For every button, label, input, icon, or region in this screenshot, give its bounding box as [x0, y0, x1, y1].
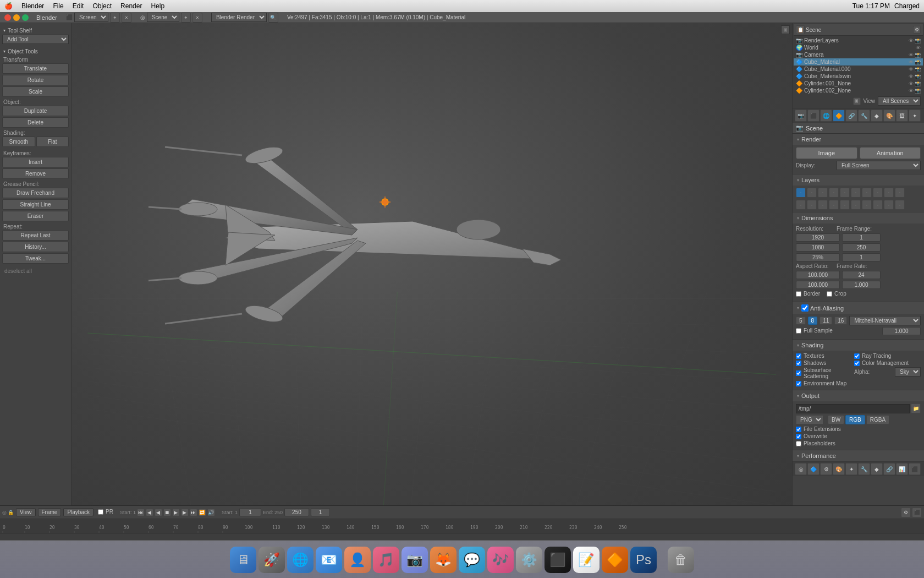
crop-check[interactable]: Crop [827, 291, 846, 297]
cyl002-render[interactable]: 📸 [915, 88, 921, 94]
dock-terminal[interactable]: ⬛ [544, 547, 571, 573]
start-frame-field[interactable] [239, 508, 261, 516]
dock-system-prefs[interactable]: ⚙️ [516, 547, 542, 573]
translate-btn[interactable]: Translate [2, 63, 69, 74]
border-check[interactable]: Border [796, 291, 820, 297]
layers-header[interactable]: Layers [793, 175, 924, 186]
subsurface-checkbox[interactable] [796, 370, 801, 376]
history-btn[interactable]: History... [2, 242, 69, 252]
layer-13[interactable]: · [818, 200, 828, 210]
constraint-props-btn[interactable]: 🔗 [845, 110, 857, 122]
help-menu[interactable]: Help [151, 2, 164, 10]
shadows-check[interactable]: Shadows [796, 360, 850, 366]
cubexwin-vis[interactable]: 👁 [909, 74, 914, 79]
cyl001-vis[interactable]: 👁 [909, 81, 914, 86]
fps-input[interactable] [842, 271, 881, 279]
cube-render[interactable]: 📸 [915, 59, 921, 65]
prop-bottom-2[interactable]: 🔷 [807, 463, 820, 475]
shadows-checkbox[interactable] [796, 361, 801, 366]
step-input[interactable] [842, 253, 881, 261]
screen-select[interactable]: Screen [74, 13, 108, 22]
output-browse-btn[interactable]: 📁 [911, 403, 921, 413]
scene-add-btn[interactable]: + [181, 13, 191, 23]
tweak-btn[interactable]: Tweak... [2, 253, 69, 264]
layer-20[interactable]: · [895, 200, 905, 210]
tree-item-world[interactable]: 🌍 World 👁 [794, 44, 923, 51]
object-tools-title[interactable]: Object Tools [3, 48, 69, 54]
aa-8-btn[interactable]: 8 [808, 317, 818, 325]
image-render-btn[interactable]: Image [796, 147, 857, 159]
play-reverse-btn[interactable]: ◀ [155, 509, 162, 516]
raytracing-check[interactable]: Ray Tracing [854, 353, 921, 359]
aa-size-input[interactable] [882, 327, 921, 335]
aa-5-btn[interactable]: 5 [796, 317, 806, 325]
loop-btn[interactable]: 🔁 [199, 509, 206, 516]
smooth-btn[interactable]: Smooth [2, 137, 35, 147]
screen-remove-btn[interactable]: × [122, 13, 131, 23]
layer-14[interactable]: · [829, 200, 839, 210]
y-aspect-input[interactable] [796, 281, 840, 289]
layer-11[interactable]: · [796, 200, 806, 210]
scene-props-btn[interactable]: ⬛ [807, 110, 820, 122]
start-frame-input[interactable] [842, 233, 881, 242]
remove-btn[interactable]: Remove [2, 168, 69, 179]
renderer-select[interactable]: Blender Render [211, 13, 267, 22]
pr-check[interactable]: PR [98, 509, 113, 515]
file-extensions-checkbox[interactable] [796, 427, 801, 432]
layer-16[interactable]: · [851, 200, 861, 210]
timeline-settings-btn[interactable]: ⚙ [901, 508, 911, 517]
world-props-btn[interactable]: 🌐 [820, 110, 832, 122]
flat-btn[interactable]: Flat [36, 137, 69, 147]
outliner-icon[interactable]: 📋 [796, 25, 805, 34]
bw-btn[interactable]: BW [828, 415, 844, 424]
render-section-header[interactable]: Render [793, 134, 924, 145]
stop-btn[interactable]: ⏹ [163, 509, 171, 516]
res-percent-input[interactable] [796, 253, 840, 261]
modifier-props-btn[interactable]: 🔧 [858, 110, 870, 122]
current-frame-field[interactable] [311, 508, 330, 516]
layer-2[interactable]: · [807, 188, 817, 198]
dock-contacts[interactable]: 👤 [344, 547, 371, 573]
layer-9[interactable]: · [884, 188, 894, 198]
eraser-btn[interactable]: Eraser [2, 211, 69, 221]
maximize-window-btn[interactable] [22, 14, 29, 21]
dock-music[interactable]: 🎵 [373, 547, 399, 573]
layer-15[interactable]: · [840, 200, 850, 210]
prev-frame-btn[interactable]: ◀ [146, 509, 153, 516]
envmap-checkbox[interactable] [796, 381, 801, 386]
dock-textedit[interactable]: 📝 [573, 547, 600, 573]
prop-bottom-7[interactable]: ◆ [871, 463, 883, 475]
layer-7[interactable]: · [862, 188, 872, 198]
duplicate-btn[interactable]: Duplicate [2, 106, 69, 116]
layer-8[interactable]: · [873, 188, 883, 198]
textures-check[interactable]: Textures [796, 353, 850, 359]
search-btn[interactable]: 🔍 [268, 13, 278, 23]
layer-17[interactable]: · [862, 200, 872, 210]
dock-launchpad[interactable]: 🚀 [258, 547, 285, 573]
cube-vis[interactable]: 👁 [909, 59, 914, 65]
dock-blender[interactable]: 🔶 [602, 547, 628, 573]
aa-11-btn[interactable]: 11 [820, 317, 832, 325]
outliner-settings[interactable]: ⚙ [913, 26, 921, 34]
performance-header[interactable]: Performance [793, 450, 924, 461]
cyl001-render[interactable]: 📸 [915, 81, 921, 86]
textures-checkbox[interactable] [796, 353, 801, 359]
particles-props-btn[interactable]: ✦ [909, 110, 921, 122]
aa-16-btn[interactable]: 16 [834, 317, 847, 325]
timeline-expand-btn[interactable]: ⬛ [912, 508, 922, 517]
add-tool-select[interactable]: Add Tool [2, 35, 69, 44]
render-menu[interactable]: Render [120, 2, 142, 10]
timeline-playback-btn[interactable]: Playback [63, 508, 94, 516]
layer-6[interactable]: · [851, 188, 861, 198]
raytracing-checkbox[interactable] [854, 353, 860, 359]
3d-viewport[interactable]: ⊞ ◎ 🔒 Object Mode Select Object ⬜ Object… [72, 23, 792, 505]
prop-bottom-3[interactable]: ⚙ [820, 463, 832, 475]
cyl002-vis[interactable]: 👁 [909, 88, 914, 94]
tree-item-cube-material[interactable]: 🔷 Cube_Material 👁 📸 [794, 58, 923, 66]
apple-menu[interactable]: 🍎 [4, 2, 13, 10]
full-sample-checkbox[interactable] [796, 328, 801, 334]
layer-5[interactable]: · [840, 188, 850, 198]
rotate-btn[interactable]: Rotate [2, 75, 69, 85]
dock-safari[interactable]: 🌐 [287, 547, 314, 573]
format-select[interactable]: PNG [796, 415, 823, 424]
